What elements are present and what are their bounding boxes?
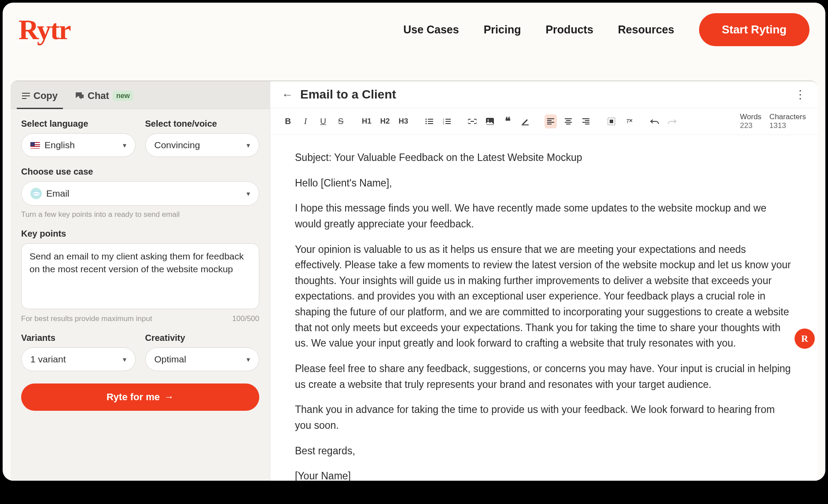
language-select[interactable]: English ▾ [21,133,136,157]
email-signoff: Best regards, [295,443,793,459]
expand-button[interactable] [605,114,618,128]
chat-icon [75,92,84,100]
svg-rect-18 [547,124,552,124]
variants-label: Variants [21,333,136,343]
underline-button[interactable]: U [317,114,329,128]
ryte-for-me-button[interactable]: Ryte for me → [21,383,259,411]
bullet-list-button[interactable] [423,114,435,128]
variants-value: 1 variant [30,354,66,365]
svg-rect-26 [585,124,589,124]
email-icon: ✉️ [30,188,42,199]
numbered-list-button[interactable]: 123 [441,114,453,128]
svg-rect-3 [428,121,433,122]
editor-panel: ← Email to a Client ⋮ B I U S H1 H2 H3 [270,81,817,481]
us-flag-icon [30,142,40,149]
link-button[interactable] [466,114,478,128]
creativity-select[interactable]: Optimal ▾ [145,347,260,371]
undo-button[interactable] [648,114,661,128]
chevron-down-icon: ▾ [123,355,126,364]
tab-chat-label: Chat [88,90,109,102]
usecase-value: Email [46,188,70,199]
svg-rect-14 [522,124,529,125]
chars-stat: Characters 1313 [769,113,806,130]
svg-rect-11 [445,123,451,124]
keypoints-textarea[interactable] [21,243,259,309]
svg-rect-9 [445,121,451,122]
email-paragraph-4: Thank you in advance for taking the time… [295,402,793,433]
words-label: Words [740,113,762,121]
usecase-label: Choose use case [21,167,259,177]
tone-label: Select tone/voice [145,119,260,129]
words-stat: Words 223 [740,113,762,130]
chevron-down-icon: ▾ [247,190,250,198]
email-paragraph-3: Please feel free to share any feedback, … [295,361,793,392]
nav-link-pricing[interactable]: Pricing [484,23,521,36]
svg-rect-5 [428,123,433,124]
menu-icon [22,93,30,99]
email-signature: [Your Name] [295,468,793,481]
editor-body[interactable]: Subject: Your Valuable Feedback on the L… [270,135,817,481]
clear-format-button[interactable]: T [623,114,635,128]
usecase-select[interactable]: ✉️Email ▾ [21,181,259,206]
highlight-button[interactable] [519,114,531,128]
sidebar: Copy Chat new Select language English ▾ [11,81,270,481]
italic-button[interactable]: I [299,114,312,128]
svg-rect-16 [547,120,552,121]
bold-button[interactable]: B [282,114,294,128]
email-subject: Subject: Your Valuable Feedback on the L… [295,150,793,166]
tone-value: Convincing [155,140,200,150]
chevron-down-icon: ▾ [247,355,250,364]
svg-text:3: 3 [443,122,444,124]
align-left-button[interactable] [545,114,557,128]
svg-rect-1 [428,119,433,120]
image-button[interactable] [484,114,496,128]
align-right-button[interactable] [580,114,592,128]
email-greeting: Hello [Client's Name], [295,175,793,191]
nav-link-resources[interactable]: Resources [618,23,674,36]
brand-logo: Rytr [18,14,70,46]
tab-copy-label: Copy [33,90,58,102]
svg-point-13 [488,120,489,121]
new-badge: new [113,91,133,101]
strikethrough-button[interactable]: S [335,114,347,128]
floating-help-badge[interactable]: R [795,329,815,349]
svg-rect-19 [565,118,572,119]
quote-button[interactable]: ❝ [501,114,514,128]
creativity-value: Optimal [155,354,186,365]
nav-link-products[interactable]: Products [545,23,593,36]
back-arrow-icon[interactable]: ← [282,88,293,102]
heading3-button[interactable]: H3 [397,114,410,128]
redo-button[interactable] [666,114,678,128]
usecase-hint: Turn a few key points into a ready to se… [21,210,259,219]
start-ryting-button[interactable]: Start Ryting [699,13,810,46]
svg-rect-20 [566,120,570,121]
tab-copy[interactable]: Copy [19,86,60,109]
chars-label: Characters [769,113,806,121]
arrow-right-icon: → [164,391,174,403]
language-label: Select language [21,119,136,129]
sidebar-tabs: Copy Chat new [11,81,270,109]
more-menu-icon[interactable]: ⋮ [795,88,806,102]
svg-point-2 [426,121,427,122]
svg-rect-25 [582,122,589,123]
keypoints-hint: For best results provide maximum input [21,314,152,323]
align-center-button[interactable] [562,114,574,128]
tone-select[interactable]: Convincing ▾ [145,133,260,157]
svg-rect-23 [582,118,589,119]
heading1-button[interactable]: H1 [360,114,373,128]
svg-rect-17 [547,122,554,123]
svg-rect-15 [547,118,554,119]
tab-chat[interactable]: Chat new [73,86,136,109]
document-title: Email to a Client [300,88,396,102]
heading2-button[interactable]: H2 [379,114,392,128]
svg-point-0 [426,119,427,120]
ryte-btn-label: Ryte for me [107,391,160,403]
svg-rect-28 [610,120,613,123]
variants-select[interactable]: 1 variant ▾ [21,347,136,371]
svg-rect-24 [585,120,589,121]
chevron-down-icon: ▾ [247,141,250,150]
svg-text:T: T [626,118,630,124]
nav-link-usecases[interactable]: Use Cases [403,23,459,36]
email-paragraph-2: Your opinion is valuable to us as it hel… [295,242,793,351]
chevron-down-icon: ▾ [123,141,126,150]
